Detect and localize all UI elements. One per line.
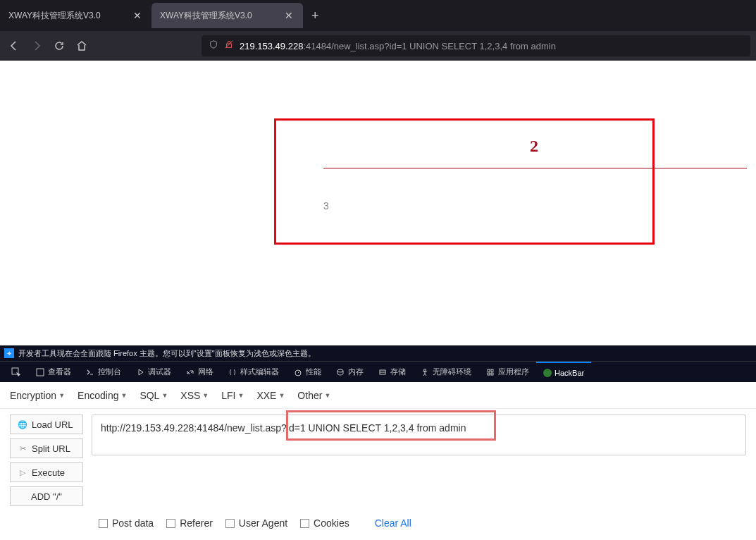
split-url-button[interactable]: ✂ Split URL	[10, 438, 83, 458]
svg-rect-10	[491, 369, 493, 372]
style-icon	[228, 367, 237, 377]
svg-rect-12	[491, 373, 493, 375]
picker-icon	[11, 367, 21, 377]
application-icon	[485, 367, 495, 377]
load-url-button[interactable]: 🌐 Load URL	[10, 415, 83, 434]
memory-icon	[335, 367, 345, 377]
devtools-tab-accessibility[interactable]: 无障碍环境	[413, 362, 478, 382]
hackbar-lfi-dropdown[interactable]: LFI ▼	[221, 390, 244, 401]
browser-tab-inactive[interactable]: XWAY科技管理系统V3.0 ✕	[0, 3, 151, 28]
svg-rect-9	[488, 369, 490, 372]
hackbar-encoding-dropdown[interactable]: Encoding ▼	[78, 390, 127, 401]
hackbar-other-dropdown[interactable]: Other ▼	[297, 390, 330, 401]
network-icon	[185, 367, 195, 377]
devtools-info-bar: ✦ 开发者工具现在会全面跟随 Firefox 主题。您可以到"设置"面板恢复为浅…	[0, 345, 756, 361]
hackbar-options: Post data Referer User Agent Cookies Cle…	[0, 512, 756, 534]
svg-point-5	[337, 369, 343, 372]
devtools-tab-debugger[interactable]: 调试器	[128, 362, 178, 382]
close-icon[interactable]: ✕	[132, 10, 143, 21]
globe-icon: 🌐	[18, 419, 27, 429]
debugger-icon	[135, 367, 145, 377]
shield-icon	[209, 39, 218, 52]
close-icon[interactable]: ✕	[283, 10, 295, 21]
chevron-down-icon: ▼	[202, 392, 209, 399]
browser-tab-bar: XWAY科技管理系统V3.0 ✕ XWAY科技管理系统V3.0 ✕ +	[0, 0, 756, 31]
devtools-tab-inspector[interactable]: 查看器	[28, 362, 78, 382]
devtools-tab-style[interactable]: 样式编辑器	[221, 362, 286, 382]
chevron-down-icon: ▼	[278, 392, 285, 399]
browser-tab-active[interactable]: XWAY科技管理系统V3.0 ✕	[151, 3, 303, 28]
add-slash-button[interactable]: ADD "/"	[10, 486, 83, 506]
chevron-down-icon: ▼	[58, 392, 65, 399]
referer-checkbox[interactable]: Referer	[166, 517, 213, 529]
chevron-down-icon: ▼	[120, 392, 127, 399]
chevron-down-icon: ▼	[238, 392, 244, 399]
tab-label: XWAY科技管理系统V3.0	[160, 10, 252, 22]
checkbox-icon	[99, 519, 108, 528]
clear-all-link[interactable]: Clear All	[375, 517, 411, 529]
svg-rect-3	[37, 369, 44, 376]
devtools-tab-memory[interactable]: 内存	[328, 362, 371, 382]
info-icon: ✦	[4, 348, 14, 358]
devtools-tab-performance[interactable]: 性能	[286, 362, 328, 382]
checkbox-icon	[166, 519, 175, 528]
devtools-tab-console[interactable]: 控制台	[78, 362, 128, 382]
reload-button[interactable]	[51, 37, 68, 54]
hackbar-input-area: http://219.153.49.228:41484/new_list.asp…	[92, 415, 746, 506]
user-agent-checkbox[interactable]: User Agent	[225, 517, 287, 529]
svg-point-8	[424, 369, 426, 371]
execute-button[interactable]: ▷ Execute	[10, 462, 83, 482]
chevron-down-icon: ▼	[161, 392, 168, 399]
tab-label: XWAY科技管理系统V3.0	[8, 10, 101, 22]
page-content: 2 3	[0, 61, 756, 345]
url-input[interactable]: 219.153.49.228:41484/new_list.asp?id=1 U…	[202, 35, 750, 56]
devtools-tab-storage[interactable]: 存储	[371, 362, 413, 382]
accessibility-icon	[420, 367, 430, 377]
browser-url-bar: 219.153.49.228:41484/new_list.asp?id=1 U…	[0, 31, 756, 61]
play-icon: ▷	[18, 467, 27, 477]
forward-button[interactable]	[28, 37, 45, 54]
performance-icon	[293, 367, 303, 377]
devtools-info-text: 开发者工具现在会全面跟随 Firefox 主题。您可以到"设置"面板恢复为浅色或…	[18, 348, 316, 359]
devtools-tab-bar: 查看器 控制台 调试器 网络 样式编辑器 性能 内存 存储 无障碍环境 应用程序…	[0, 361, 756, 382]
hackbar-encryption-dropdown[interactable]: Encryption ▼	[10, 390, 65, 401]
hackbar-button-group: 🌐 Load URL ✂ Split URL ▷ Execute ADD "/"	[10, 415, 83, 506]
devtools-element-picker[interactable]	[4, 362, 28, 382]
url-text: 219.153.49.228:41484/new_list.asp?id=1 U…	[240, 41, 556, 51]
devtools-tab-network[interactable]: 网络	[178, 362, 221, 382]
hackbar-main: 🌐 Load URL ✂ Split URL ▷ Execute ADD "/"…	[0, 409, 756, 512]
chevron-down-icon: ▼	[324, 392, 330, 399]
home-button[interactable]	[73, 37, 90, 54]
scissors-icon: ✂	[18, 443, 27, 453]
annotation-box	[274, 118, 655, 245]
lock-icon	[224, 39, 234, 52]
cookies-checkbox[interactable]: Cookies	[300, 517, 349, 529]
devtools-tab-application[interactable]: 应用程序	[478, 362, 536, 382]
inspector-icon	[35, 367, 45, 377]
new-tab-button[interactable]: +	[303, 8, 328, 23]
checkbox-icon	[300, 519, 309, 528]
devtools-tab-hackbar[interactable]: HackBar	[536, 362, 591, 382]
back-button[interactable]	[6, 37, 23, 54]
storage-icon	[378, 367, 388, 377]
hackbar-sql-dropdown[interactable]: SQL ▼	[140, 390, 168, 401]
post-data-checkbox[interactable]: Post data	[99, 517, 154, 529]
hackbar-url-input[interactable]: http://219.153.49.228:41484/new_list.asp…	[92, 415, 746, 455]
hackbar-toolbar: Encryption ▼ Encoding ▼ SQL ▼ XSS ▼ LFI …	[0, 382, 756, 409]
hackbar-xss-dropdown[interactable]: XSS ▼	[180, 390, 209, 401]
svg-rect-11	[488, 373, 490, 375]
hackbar-icon	[543, 369, 552, 377]
console-icon	[85, 367, 95, 377]
checkbox-icon	[225, 519, 235, 528]
hackbar-xxe-dropdown[interactable]: XXE ▼	[256, 390, 285, 401]
